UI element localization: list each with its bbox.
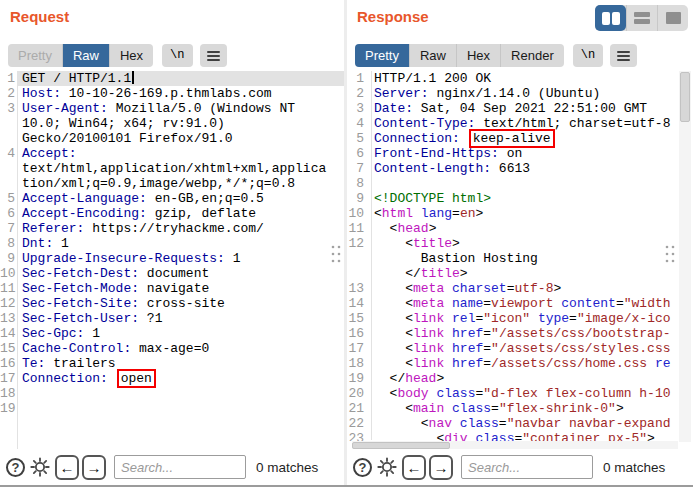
code-line: 4Accept:: [0, 146, 344, 161]
code-segment: "flex-shrink-0": [499, 401, 616, 416]
code-segment: body: [397, 386, 428, 401]
response-editor[interactable]: 1HTTP/1.1 200 OK2Server: nginx/1.14.0 (U…: [347, 71, 678, 441]
code-segment: Sat, 04 Sep 2021 22:51:00 GMT: [413, 101, 647, 116]
help-icon[interactable]: ?: [353, 458, 372, 477]
code-segment: tion/xml;q=0.9,image/webp,*/*;q=0.8: [22, 176, 295, 191]
splitter-grip-icon[interactable]: [664, 244, 676, 264]
search-input[interactable]: [114, 455, 246, 479]
line-number: 16: [0, 356, 15, 371]
rows-layout-button[interactable]: [626, 5, 657, 31]
code-line: 8Dnt: 1: [0, 236, 344, 251]
code-line: 9<!DOCTYPE html>: [347, 191, 678, 206]
editor-menu-button[interactable]: [610, 44, 637, 67]
code-line: 21 <main class="flex-shrink-0">: [347, 401, 678, 416]
gear-icon[interactable]: [376, 456, 398, 478]
line-text: Sec-Fetch-Site: cross-site: [22, 296, 225, 311]
code-segment: Host:: [22, 86, 61, 101]
code-line: 14 <meta name=viewport content="width: [347, 296, 678, 311]
tab-pretty[interactable]: Pretty: [355, 44, 409, 67]
code-segment: >: [429, 221, 437, 236]
request-editor[interactable]: 1GET / HTTP/1.12Host: 10-10-26-169.p.thm…: [0, 71, 344, 449]
line-number: 7: [347, 161, 364, 176]
line-number: 17: [347, 341, 364, 356]
splitter-grip-icon[interactable]: [330, 244, 342, 264]
code-segment: <: [374, 221, 397, 236]
newline-toggle-button[interactable]: \n: [162, 44, 192, 67]
line-text: Sec-Fetch-Mode: navigate: [22, 281, 209, 296]
tab-hex[interactable]: Hex: [456, 44, 500, 67]
vertical-scrollbar[interactable]: [679, 71, 691, 442]
line-text: Upgrade-Insecure-Requests: 1: [22, 251, 240, 266]
code-segment: [460, 131, 468, 146]
code-segment: =: [616, 296, 624, 311]
code-segment: [444, 326, 452, 341]
code-segment: [413, 206, 421, 221]
code-segment: /assets/css/home.css: [491, 356, 647, 371]
code-segment: Connection:: [374, 131, 460, 146]
line-text: Sec-Fetch-Dest: document: [22, 266, 209, 281]
rows-layout-icon: [634, 12, 650, 24]
code-segment: <: [374, 431, 444, 441]
code-segment: [444, 311, 452, 326]
line-number: 22: [347, 416, 364, 431]
search-input[interactable]: [461, 455, 593, 479]
tab-raw[interactable]: Raw: [62, 44, 109, 67]
line-text: Connection: keep-alive: [374, 131, 555, 146]
code-line: 15Cache-Control: max-age=0: [0, 341, 344, 356]
single-layout-button[interactable]: [657, 5, 688, 31]
code-segment: <: [374, 281, 413, 296]
layout-switcher: [595, 5, 688, 31]
line-text: text/html,application/xhtml+xml,applica: [22, 161, 326, 176]
line-number: 18: [0, 386, 15, 401]
line-number: 7: [0, 221, 15, 236]
code-segment: =: [491, 401, 499, 416]
code-segment: <: [374, 206, 382, 221]
code-segment: en-GB,en;q=0.5: [147, 191, 264, 206]
tab-render[interactable]: Render: [500, 44, 564, 67]
next-match-button[interactable]: →: [429, 455, 453, 480]
code-segment: =: [483, 356, 491, 371]
code-line: 19: [0, 401, 344, 416]
code-segment: Sec-Fetch-Mode:: [22, 281, 139, 296]
code-segment: div: [444, 431, 467, 441]
code-segment: Referer:: [22, 221, 84, 236]
tab-hex[interactable]: Hex: [109, 44, 153, 67]
code-segment: link: [413, 341, 444, 356]
newline-toggle-button[interactable]: \n: [573, 44, 603, 67]
prev-match-button[interactable]: ←: [55, 455, 79, 480]
line-number: 3: [347, 101, 364, 116]
code-segment: GET / HTTP/1.1: [22, 71, 131, 86]
help-icon[interactable]: ?: [6, 458, 25, 477]
code-segment: content: [561, 296, 616, 311]
next-match-button[interactable]: →: [82, 455, 106, 480]
columns-layout-button[interactable]: [595, 5, 626, 31]
columns-layout-icon: [602, 12, 620, 25]
code-segment: Bastion Hosting: [374, 251, 538, 266]
scrollbar-thumb[interactable]: [352, 442, 450, 449]
scrollbar-thumb[interactable]: [680, 72, 690, 122]
code-segment: navigate: [139, 281, 209, 296]
code-segment: ?1: [139, 311, 162, 326]
line-text: User-Agent: Mozilla/5.0 (Windows NT: [22, 101, 295, 116]
line-text: <!DOCTYPE html>: [374, 191, 491, 206]
tab-pretty[interactable]: Pretty: [8, 44, 62, 67]
code-line: 2Host: 10-10-26-169.p.thmlabs.com: [0, 86, 344, 101]
code-segment: re: [655, 356, 671, 371]
code-segment: <: [374, 386, 397, 401]
line-text: Sec-Gpc: 1: [22, 326, 100, 341]
code-segment: <: [374, 296, 413, 311]
code-segment: =: [483, 341, 491, 356]
prev-match-button[interactable]: ←: [402, 455, 426, 480]
line-number: 4: [0, 146, 15, 161]
code-line: 9Upgrade-Insecure-Requests: 1: [0, 251, 344, 266]
code-line: 10.0; Win64; x64; rv:91.0): [0, 116, 344, 131]
tab-raw[interactable]: Raw: [409, 44, 456, 67]
line-number: 2: [347, 86, 364, 101]
line-number: 23: [347, 431, 364, 441]
editor-menu-button[interactable]: [200, 44, 227, 67]
line-number: 2: [0, 86, 15, 101]
request-tab-bar: Pretty Raw Hex \n: [8, 44, 227, 67]
gear-icon[interactable]: [29, 456, 51, 478]
line-text: <title>: [374, 236, 460, 251]
code-segment: href: [452, 341, 483, 356]
